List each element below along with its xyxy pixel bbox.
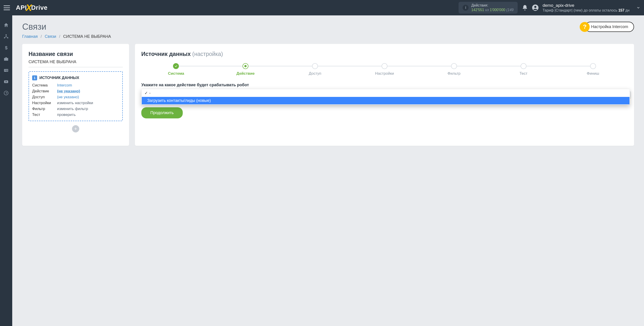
nav-id-card[interactable] — [0, 65, 12, 76]
row-action-label: Действие — [32, 89, 57, 94]
topbar: API X Drive i Действия: 142'551 из 1'000… — [0, 0, 644, 16]
breadcrumb: Главная / Связи / СИСТЕМА НЕ ВЫБРАНА — [22, 34, 634, 39]
breadcrumb-links[interactable]: Связи — [45, 34, 56, 39]
row-action-value[interactable]: (не указано) — [57, 89, 119, 94]
sidebar: $ ? — [0, 16, 12, 326]
step-card-title: Источник данных (настройка) — [141, 51, 628, 57]
user-avatar-icon[interactable] — [532, 4, 538, 11]
chevron-down-icon[interactable] — [636, 6, 640, 10]
row-system-label: Система — [32, 83, 57, 88]
step-action[interactable]: Действие — [211, 63, 280, 76]
breadcrumb-home[interactable]: Главная — [22, 34, 38, 39]
user-name: demo_apix-drive — [542, 3, 630, 8]
svg-rect-6 — [4, 69, 8, 72]
menu-button[interactable] — [4, 4, 10, 11]
source-number-badge: 1 — [32, 76, 37, 80]
row-filter-value[interactable]: изменить фильтр — [57, 107, 119, 111]
step-system[interactable]: Система — [141, 63, 211, 76]
content: Связи ? Настройка Intercom Главная / Свя… — [12, 16, 644, 326]
stepper: Система Действие Доступ Настройки — [141, 63, 628, 76]
left-card-title: Название связи — [28, 51, 123, 57]
row-system-value[interactable]: Intercom — [57, 83, 119, 88]
actions-sep: из — [485, 8, 489, 12]
row-settings-value[interactable]: изменить настройки — [57, 101, 119, 105]
logo-suffix: Drive — [31, 4, 48, 11]
continue-button[interactable]: Продолжить — [141, 107, 183, 118]
row-settings-label: Настройки — [32, 101, 57, 105]
svg-rect-9 — [6, 71, 8, 71]
user-plan: Тариф |Стандарт| (new) до оплаты осталос… — [542, 8, 630, 13]
row-filter-label: Фильтр — [32, 107, 57, 111]
nav-home[interactable] — [0, 20, 12, 31]
nav-billing[interactable]: $ — [0, 42, 12, 54]
svg-point-1 — [534, 6, 536, 8]
user-block[interactable]: demo_apix-drive Тариф |Стандарт| (new) д… — [542, 3, 630, 13]
nav-connections[interactable] — [0, 31, 12, 42]
topbar-right: i Действия: 142'551 из 1'000'000 (149 de… — [458, 2, 640, 14]
step-settings[interactable]: Настройки — [350, 63, 419, 76]
logo-x: X — [26, 2, 32, 13]
actions-total: 1'000'000 — [490, 8, 505, 12]
step-filter[interactable]: Фильтр — [419, 63, 489, 76]
row-test-value[interactable]: проверить — [57, 112, 119, 117]
check-icon: ✓ — [144, 90, 148, 96]
notifications-icon[interactable] — [522, 4, 528, 11]
breadcrumb-current: СИСТЕМА НЕ ВЫБРАНА — [63, 34, 111, 39]
logo[interactable]: API X Drive — [16, 4, 48, 12]
action-field-label: Укажите на какое действие будет срабатыв… — [141, 83, 628, 88]
dropdown-panel: ✓ - Загрузить контакты/лиды (новые) — [141, 89, 630, 105]
actions-info[interactable]: i Действия: 142'551 из 1'000'000 (149 — [458, 2, 518, 14]
actions-text: Действия: 142'551 из 1'000'000 (149 — [471, 3, 514, 12]
info-icon: i — [462, 5, 468, 11]
help-circle-icon: ? — [580, 22, 590, 32]
source-box-title: ИСТОЧНИК ДАННЫХ — [40, 76, 79, 80]
dropdown-option-load-contacts[interactable]: Загрузить контакты/лиды (новые) — [142, 97, 630, 104]
step-access[interactable]: Доступ — [280, 63, 350, 76]
main-step-card: Источник данных (настройка) Система Дейс… — [135, 44, 634, 146]
row-test-label: Тест — [32, 112, 57, 117]
actions-count: 142'551 — [471, 8, 484, 12]
actions-tail: (149 — [506, 8, 514, 12]
row-access-value[interactable]: (не указано) — [57, 95, 119, 100]
logo-prefix: API — [16, 4, 27, 11]
step-test[interactable]: Тест — [489, 63, 558, 76]
nav-help[interactable]: ? — [0, 88, 12, 99]
add-step-button[interactable]: + — [72, 125, 79, 132]
nav-briefcase[interactable] — [0, 54, 12, 65]
nav-youtube[interactable] — [0, 76, 12, 88]
source-grid: Система Intercom Действие (не указано) Д… — [32, 83, 119, 117]
source-box: 1 ИСТОЧНИК ДАННЫХ Система Intercom Дейст… — [28, 71, 123, 121]
svg-rect-8 — [6, 70, 8, 70]
svg-text:?: ? — [6, 92, 7, 95]
connection-name-card: Название связи СИСТЕМА НЕ ВЫБРАНА 1 ИСТО… — [22, 44, 129, 146]
step-finish[interactable]: Финиш — [558, 63, 628, 76]
svg-point-7 — [5, 70, 6, 71]
dropdown-option-blank[interactable]: ✓ - — [142, 89, 630, 97]
svg-point-2 — [6, 34, 7, 36]
page-header: Связи ? Настройка Intercom — [22, 22, 634, 32]
intercom-setup-button[interactable]: ? Настройка Intercom — [585, 22, 634, 32]
left-card-subtitle: СИСТЕМА НЕ ВЫБРАНА — [28, 57, 123, 67]
page-title: Связи — [22, 22, 46, 32]
row-access-label: Доступ — [32, 95, 57, 100]
svg-text:$: $ — [5, 45, 8, 50]
actions-label: Действия: — [471, 3, 514, 8]
